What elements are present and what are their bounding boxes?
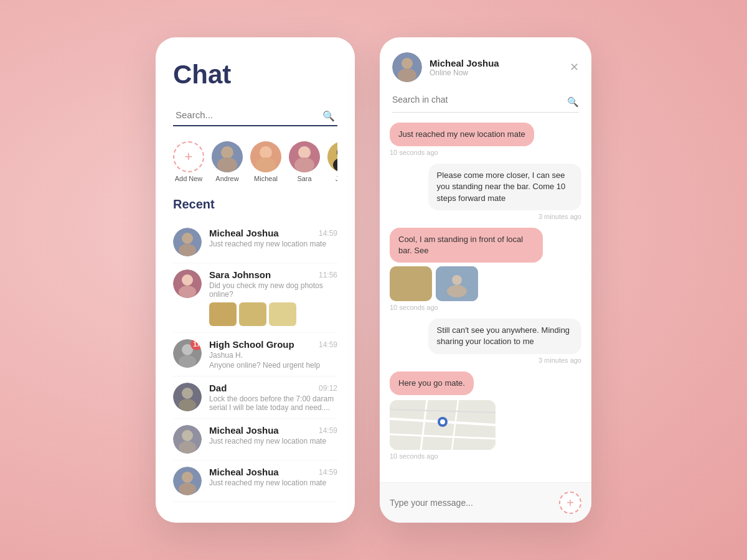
chat-avatar: [173, 383, 202, 411]
chat-content: Micheal Joshua 14:59 Just reached my new…: [209, 425, 337, 446]
chat-avatar: [173, 228, 202, 256]
svg-point-3: [256, 157, 276, 172]
message-time: 10 seconds ago: [390, 304, 581, 311]
message-input-area: +: [380, 482, 591, 523]
message-input[interactable]: [390, 498, 553, 508]
svg-point-18: [179, 355, 196, 368]
chat-content: High School Group 14:59 Jashua H. Anyone…: [209, 339, 337, 370]
message-image: [390, 266, 432, 301]
story-add-new[interactable]: + Add New: [173, 141, 204, 182]
chat-name: Micheal Joshua: [209, 467, 279, 477]
chat-sub: Anyone online? Need urgent help: [209, 361, 337, 370]
chat-time: 14:59: [319, 426, 337, 435]
chat-sub: Just reached my new location mate: [209, 478, 337, 487]
chat-content: Dad 09:12 Lock the doors before the 7:00…: [209, 383, 337, 412]
svg-point-2: [260, 146, 272, 159]
message-time: 10 seconds ago: [390, 149, 581, 156]
svg-point-7: [333, 157, 337, 172]
svg-point-33: [447, 285, 467, 297]
chat-time: 09:12: [319, 384, 337, 393]
chat-images: [209, 302, 337, 326]
message-time: 3 minutes ago: [390, 357, 581, 364]
svg-point-0: [221, 146, 233, 159]
svg-point-23: [182, 430, 193, 441]
chat-title: Chat: [173, 60, 337, 90]
message-image: [436, 266, 478, 301]
chat-image-thumb: [239, 302, 266, 326]
svg-point-12: [179, 244, 196, 256]
chat-image-thumb: [269, 302, 296, 326]
unread-badge: 17: [190, 339, 202, 350]
message-images: [390, 266, 478, 301]
story-john[interactable]: John: [327, 141, 337, 182]
chat-time: 14:59: [319, 229, 337, 238]
story-avatar-andrew: [212, 141, 243, 172]
chat-item[interactable]: Micheal Joshua 14:59 Just reached my new…: [173, 419, 337, 460]
stories-row: + Add New Andrew Micheal Sara: [173, 141, 337, 182]
story-andrew[interactable]: Andrew: [212, 141, 243, 182]
close-button[interactable]: ✕: [570, 60, 579, 74]
header-avatar: [392, 52, 422, 82]
svg-point-5: [294, 157, 314, 172]
chat-list-panel: Chat 🔍 + Add New Andrew Micheal: [156, 37, 355, 523]
chat-item[interactable]: Micheal Joshua 14:59 Just reached my new…: [173, 460, 337, 502]
message-time: 10 seconds ago: [390, 452, 581, 460]
chat-item[interactable]: Dad 09:12 Lock the doors before the 7:00…: [173, 376, 337, 419]
recent-label: Recent: [173, 197, 337, 212]
chat-item[interactable]: 17 High School Group 14:59 Jashua H. Any…: [173, 333, 337, 376]
message-bubble-sent: Here you go mate.: [390, 371, 474, 395]
chat-avatar: [173, 425, 202, 454]
chat-item[interactable]: Sara Johnson 11:56 Did you check my new …: [173, 263, 337, 333]
contact-status: Online Now: [430, 68, 562, 77]
svg-point-14: [182, 274, 193, 286]
chat-name: Micheal Joshua: [209, 228, 279, 238]
chat-header: Micheal Joshua Online Now ✕: [380, 37, 591, 82]
svg-point-24: [179, 441, 196, 454]
map-preview: [390, 400, 496, 450]
story-label-andrew: Andrew: [215, 175, 238, 182]
message-bubble-received: Please come more closer, I can see you s…: [428, 164, 581, 210]
story-sara[interactable]: Sara: [289, 141, 320, 182]
message-bubble-received: Still can't see you anywhere. Minding sh…: [428, 319, 581, 353]
chat-sub2: Jashua H.: [209, 351, 337, 360]
svg-point-27: [179, 483, 196, 495]
chat-time: 11:56: [319, 271, 337, 279]
chat-content: Micheal Joshua 14:59 Just reached my new…: [209, 228, 337, 248]
svg-point-30: [398, 68, 416, 82]
story-label-john: John: [336, 175, 337, 182]
chat-search-input[interactable]: [392, 92, 579, 107]
story-micheal[interactable]: Micheal: [250, 141, 281, 182]
svg-point-6: [337, 146, 337, 159]
chat-conversation-panel: Micheal Joshua Online Now ✕ 🔍 Just reach…: [380, 37, 591, 523]
svg-point-4: [298, 146, 311, 159]
add-attachment-button[interactable]: +: [559, 492, 581, 514]
search-bar: 🔍: [173, 105, 337, 126]
svg-point-11: [182, 233, 193, 244]
svg-point-29: [402, 58, 413, 69]
header-info: Micheal Joshua Online Now: [430, 58, 562, 77]
chat-sub: Did you check my new dog photos online?: [209, 281, 337, 299]
story-avatar-john: [327, 141, 337, 172]
svg-point-32: [452, 275, 462, 285]
message-bubble-sent: Just reached my new location mate: [390, 123, 534, 146]
chat-time: 14:59: [319, 340, 337, 349]
chat-sub: Just reached my new location mate: [209, 437, 337, 446]
chat-sub: Just reached my new location mate: [209, 240, 337, 248]
search-icon: 🔍: [322, 110, 335, 121]
chat-name: Micheal Joshua: [209, 425, 279, 436]
message-time: 3 minutes ago: [390, 213, 581, 220]
svg-point-21: [179, 399, 196, 411]
svg-point-26: [182, 472, 193, 483]
chat-image-thumb: [209, 302, 237, 326]
search-icon: 🔍: [567, 96, 579, 108]
chat-content: Micheal Joshua 14:59 Just reached my new…: [209, 467, 337, 487]
chat-content: Sara Johnson 11:56 Did you check my new …: [209, 269, 337, 326]
story-avatar-sara: [289, 141, 320, 172]
chat-name: Sara Johnson: [209, 269, 271, 280]
search-input[interactable]: [173, 105, 337, 126]
chat-list: Micheal Joshua 14:59 Just reached my new…: [173, 222, 337, 508]
chat-item[interactable]: Micheal Joshua 14:59 Just reached my new…: [173, 222, 337, 263]
chat-search-bar: 🔍: [392, 92, 579, 113]
chat-sub: Lock the doors before the 7:00 daram ser…: [209, 394, 337, 412]
add-new-avatar: +: [173, 141, 204, 172]
